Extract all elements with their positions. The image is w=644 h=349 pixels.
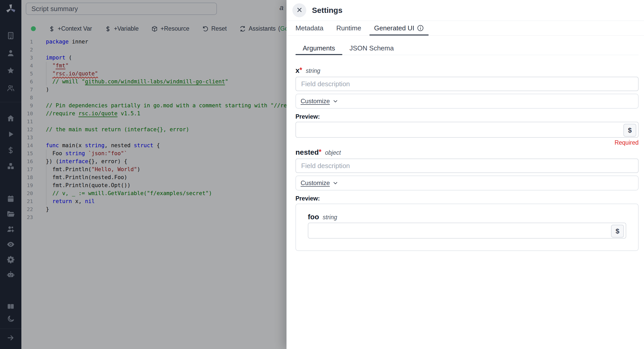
chevron-down-icon[interactable] xyxy=(332,180,338,186)
settings-tabs: Metadata Runtime Generated UI xyxy=(287,21,644,36)
field-name: foo xyxy=(308,213,319,221)
field-name: nested xyxy=(295,148,319,156)
close-icon xyxy=(296,6,303,14)
field-nested-description-input[interactable] xyxy=(295,159,639,173)
close-button[interactable] xyxy=(292,3,306,17)
foo-preview-input[interactable] xyxy=(308,223,626,239)
field-x-customize-box: Customize xyxy=(295,94,639,109)
field-name: x xyxy=(295,66,300,75)
field-x-description-input[interactable] xyxy=(295,77,639,91)
required-asterisk: * xyxy=(300,66,302,74)
field-nested-customize-box: Customize xyxy=(295,176,639,190)
customize-link[interactable]: Customize xyxy=(301,179,330,187)
settings-drawer: Settings Metadata Runtime Generated UI A… xyxy=(286,0,644,349)
child-field-preview: $ xyxy=(308,223,626,239)
field-type: object xyxy=(325,149,341,156)
subtab-json-schema[interactable]: JSON Schema xyxy=(342,41,401,55)
field-x-header: x* string xyxy=(295,66,639,75)
customize-link[interactable]: Customize xyxy=(301,98,330,105)
field-nested-header: nested* object xyxy=(295,148,639,156)
drawer-header: Settings xyxy=(287,0,644,21)
tab-generated-ui[interactable]: Generated UI xyxy=(369,21,429,35)
preview-label: Preview: xyxy=(295,113,639,120)
preview-label: Preview: xyxy=(295,195,639,202)
field-type: string xyxy=(306,67,320,74)
drawer-content: Arguments JSON Schema x* string Customiz… xyxy=(287,35,644,349)
field-x-preview: $ xyxy=(295,122,639,138)
variable-picker-button[interactable]: $ xyxy=(611,225,624,238)
nested-object-preview-panel: foo string $ xyxy=(295,204,639,251)
required-error: Required xyxy=(295,139,639,146)
field-x-preview-input[interactable] xyxy=(295,122,639,138)
variable-picker-button[interactable]: $ xyxy=(623,124,636,137)
required-asterisk: * xyxy=(319,148,321,156)
schema-subtabs: Arguments JSON Schema xyxy=(295,41,639,55)
drawer-title: Settings xyxy=(312,6,342,15)
tab-metadata[interactable]: Metadata xyxy=(291,21,328,35)
child-field-header: foo string xyxy=(308,213,626,221)
field-type: string xyxy=(323,214,337,221)
info-icon xyxy=(417,24,424,32)
chevron-down-icon[interactable] xyxy=(332,98,338,104)
subtab-arguments[interactable]: Arguments xyxy=(295,41,342,55)
windmill-script-editor: a +Context Var+Variable+ResourceResetAss… xyxy=(0,0,644,349)
tab-runtime[interactable]: Runtime xyxy=(332,21,366,35)
